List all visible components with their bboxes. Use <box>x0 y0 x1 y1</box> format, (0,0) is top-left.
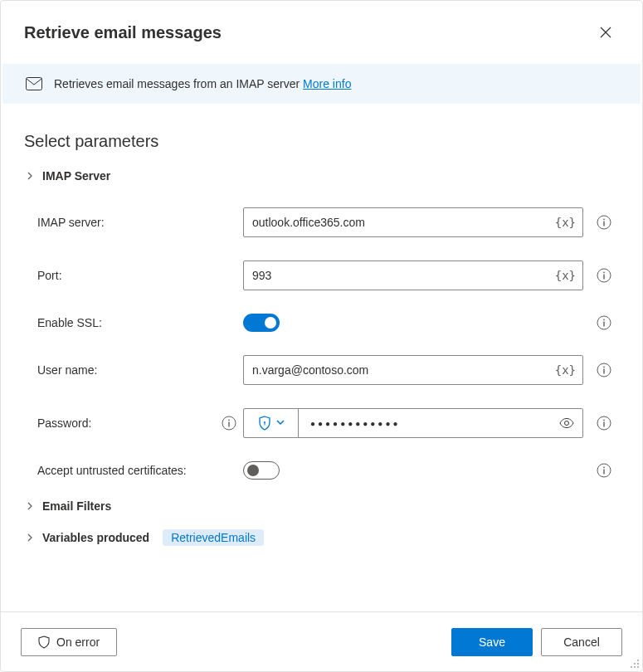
svg-rect-24 <box>603 470 604 475</box>
more-info-link[interactable]: More info <box>303 77 351 90</box>
svg-point-23 <box>603 466 605 468</box>
svg-point-2 <box>603 218 605 220</box>
svg-point-8 <box>603 319 605 320</box>
svg-point-27 <box>637 663 639 665</box>
accordion-imap-server[interactable]: IMAP Server <box>24 169 619 183</box>
svg-rect-0 <box>27 78 42 90</box>
enable-ssl-toggle[interactable] <box>243 314 280 332</box>
user-name-input[interactable]: n.varga@contoso.com {x} <box>243 355 583 385</box>
close-icon <box>600 27 611 38</box>
password-input[interactable]: ●●●●●●●●●●●● <box>299 409 551 437</box>
port-value: 993 <box>252 269 271 282</box>
svg-point-14 <box>228 419 230 421</box>
label-accept-untrusted: Accept untrusted certificates: <box>37 464 243 477</box>
svg-point-11 <box>603 366 605 368</box>
variable-chip[interactable]: RetrievedEmails <box>163 529 264 546</box>
on-error-button[interactable]: On error <box>21 628 117 656</box>
label-port: Port: <box>37 269 243 282</box>
svg-point-5 <box>603 271 605 273</box>
info-icon <box>597 363 611 377</box>
info-icon <box>597 416 611 431</box>
info-icon-untrusted[interactable] <box>597 463 611 478</box>
resize-grip-icon[interactable] <box>630 659 640 669</box>
dialog-title: Retrieve email messages <box>24 23 222 42</box>
show-password-button[interactable] <box>551 409 582 437</box>
chevron-right-icon <box>26 533 34 542</box>
svg-point-18 <box>565 421 569 426</box>
imap-server-value: outlook.office365.com <box>252 216 365 229</box>
info-icon <box>597 315 611 330</box>
svg-rect-3 <box>603 222 604 226</box>
user-name-value: n.varga@contoso.com <box>252 363 368 377</box>
label-imap-server: IMAP server: <box>37 216 243 229</box>
mail-icon <box>26 77 42 90</box>
info-icon-imap[interactable] <box>597 215 611 230</box>
save-button[interactable]: Save <box>451 628 533 656</box>
svg-rect-9 <box>603 322 604 327</box>
accordion-email-filters[interactable]: Email Filters <box>24 499 619 513</box>
insert-variable-button[interactable]: {x} <box>555 216 576 229</box>
label-enable-ssl: Enable SSL: <box>37 316 243 329</box>
info-icon <box>597 215 611 230</box>
svg-point-25 <box>637 660 639 661</box>
svg-rect-15 <box>228 422 229 427</box>
eye-icon <box>559 418 574 428</box>
info-icon-password[interactable] <box>597 416 611 431</box>
svg-rect-17 <box>264 423 265 426</box>
insert-variable-button[interactable]: {x} <box>555 363 576 377</box>
chevron-right-icon <box>26 502 34 510</box>
shield-outline-icon <box>38 635 50 649</box>
info-icon-user[interactable] <box>597 363 611 377</box>
svg-point-20 <box>603 419 605 421</box>
svg-point-30 <box>637 666 639 668</box>
accordion-label: IMAP Server <box>42 169 110 183</box>
svg-rect-12 <box>603 369 604 374</box>
banner-text: Retrieves email messages from an IMAP se… <box>54 77 351 90</box>
info-icon <box>222 416 236 431</box>
password-mode-dropdown[interactable] <box>244 409 299 437</box>
port-input[interactable]: 993 {x} <box>243 261 583 290</box>
section-title: Select parameters <box>24 132 619 151</box>
info-icon-password-left[interactable] <box>222 416 236 431</box>
info-icon-port[interactable] <box>597 268 611 283</box>
info-icon <box>597 268 611 283</box>
info-icon-ssl[interactable] <box>597 315 611 330</box>
chevron-right-icon <box>26 172 34 180</box>
svg-rect-21 <box>603 422 604 427</box>
label-user-name: User name: <box>37 363 243 377</box>
shield-icon <box>258 416 271 431</box>
description-banner: Retrieves email messages from an IMAP se… <box>2 64 641 104</box>
imap-server-input[interactable]: outlook.office365.com {x} <box>243 207 583 237</box>
accordion-label: Variables produced <box>42 531 149 544</box>
cancel-button[interactable]: Cancel <box>541 628 622 656</box>
insert-variable-button[interactable]: {x} <box>555 269 576 282</box>
info-icon <box>597 463 611 478</box>
chevron-down-icon <box>276 420 285 426</box>
accept-untrusted-toggle[interactable] <box>243 461 280 480</box>
accordion-variables-produced[interactable]: Variables produced RetrievedEmails <box>24 529 619 546</box>
svg-point-28 <box>631 666 632 668</box>
save-label: Save <box>479 635 505 649</box>
svg-point-29 <box>634 666 636 668</box>
svg-point-26 <box>634 663 636 665</box>
accordion-label: Email Filters <box>42 499 111 513</box>
close-button[interactable] <box>592 19 619 46</box>
cancel-label: Cancel <box>563 635 600 649</box>
on-error-label: On error <box>56 635 100 649</box>
label-password: Password: <box>37 416 243 431</box>
svg-rect-6 <box>603 275 604 280</box>
